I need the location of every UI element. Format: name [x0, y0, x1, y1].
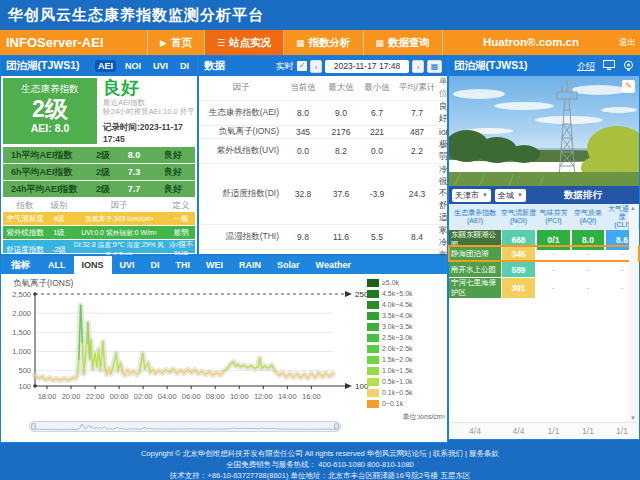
factor-unit: 冷很不舒适: [439, 164, 448, 224]
avg-row-label: 6h平均AEI指数: [3, 166, 89, 179]
ranking-page-count: 1/1: [605, 423, 639, 439]
chart-tab-di[interactable]: DI: [143, 256, 168, 274]
station-tab-aei[interactable]: AEI: [95, 60, 116, 72]
sub-index-row[interactable]: 舒适度指数-2级DI:32.8 温度:9℃ 湿度:29% 风速:4.3m/s冷/…: [3, 240, 195, 253]
station-name: 团泊湖(TJWS1): [6, 59, 80, 73]
chart-tab-rain[interactable]: RAIN: [231, 256, 269, 274]
svg-text:2,000: 2,000: [12, 309, 31, 318]
datetime-input[interactable]: 2023-11-17 17:48: [325, 60, 409, 73]
ranking-header-code: (NOI): [501, 217, 536, 225]
aei-average-row: 24h平均AEI指数2级7.7良好: [3, 181, 195, 197]
chart-body: 负氧离子(IONS) 1005001,0001,5002,0002,500250…: [1, 274, 447, 442]
svg-text:22:00: 22:00: [86, 392, 105, 401]
ranking-site-name: 宁河七里海保护区: [449, 278, 501, 298]
ranking-row[interactable]: 南开水上公园589---: [449, 262, 639, 277]
legend-swatch: [367, 367, 379, 375]
factor-current: 0.0: [283, 146, 323, 156]
legend-swatch: [367, 334, 379, 342]
factor-header-cell: 当前值: [283, 82, 323, 94]
chevron-down-icon: ▼: [517, 189, 523, 202]
factor-avg[interactable]: 2.2: [395, 146, 439, 156]
ranking-value: 391: [502, 278, 535, 298]
legend-label: 4.5k~5.0k: [382, 290, 413, 297]
aei-level: 2级: [3, 96, 97, 122]
city-select[interactable]: 天津市 ▼: [452, 189, 491, 202]
legend-swatch: [367, 290, 379, 298]
factor-avg[interactable]: 7.7: [395, 108, 439, 118]
prev-time-button[interactable]: ‹: [310, 60, 322, 73]
ranking-table-header: 生态康养指数(AEI)空气清新度(NOI)气味芬芳(PCI)空气质量(AQI)大…: [449, 204, 639, 230]
ranking-value: 589: [502, 262, 535, 277]
chart-tab-all[interactable]: ALL: [40, 256, 74, 274]
ranking-row[interactable]: 东丽东丽湖公园6680/18.08.6: [449, 230, 639, 245]
ranking-page-count: 1/1: [536, 423, 571, 439]
factor-min: 6.7: [359, 108, 395, 118]
footer-line-2: 全国免费销售与服务热线： 400-610-1080 800-810-1080: [0, 459, 640, 470]
next-time-button[interactable]: ›: [412, 60, 424, 73]
svg-text:14:00: 14:00: [278, 392, 297, 401]
chart-tab-solar[interactable]: Solar: [269, 256, 308, 274]
chart-tab-thi[interactable]: THI: [168, 256, 199, 274]
aei-rating: 良好: [103, 78, 195, 98]
sub-index-row[interactable]: 空气清新度4级负氧离子:345 ions/cm³一般: [3, 212, 195, 225]
intro-link[interactable]: 介绍: [577, 60, 595, 73]
avg-row-value: 7.3: [117, 167, 151, 177]
chart-tab-uvi[interactable]: UVI: [112, 256, 143, 274]
station-tab-uvi[interactable]: UVI: [150, 60, 171, 72]
factor-max: 9.0: [323, 108, 359, 118]
svg-text:16:00: 16:00: [302, 392, 321, 401]
factor-avg[interactable]: 8.4: [395, 232, 439, 242]
factor-avg[interactable]: 24.3: [395, 189, 439, 199]
nav-item-home[interactable]: ▶首页: [148, 30, 205, 55]
avg-row-value: 7.7: [117, 184, 151, 194]
aei-note-2: 较24小时推算AEI:10.0 持平: [103, 107, 195, 116]
chart-range-slider[interactable]: [29, 421, 341, 432]
scroll-up-icon[interactable]: ▲: [630, 205, 636, 211]
factor-avg[interactable]: 487: [395, 127, 439, 137]
realtime-checkbox[interactable]: ✓: [297, 61, 307, 71]
camera-icon[interactable]: [623, 60, 634, 73]
ranking-row[interactable]: 静海团泊湖345---: [449, 246, 639, 261]
nav-item-analysis[interactable]: ▦指数分析: [284, 30, 364, 55]
ranking-row[interactable]: 宁河七里海保护区391---: [449, 278, 639, 293]
sub-index-definition: 最弱: [167, 228, 195, 238]
logout-link[interactable]: 退出: [619, 30, 640, 55]
svg-text:500: 500: [18, 366, 31, 375]
play-icon: ▶: [160, 38, 167, 48]
svg-text:2,500: 2,500: [12, 290, 31, 299]
legend-label: 1.5k~2.0k: [382, 356, 413, 363]
chart-tab-items: ALLIONSUVIDITHIWEIRAINSolarWeather: [40, 256, 359, 274]
svg-text:100: 100: [18, 382, 31, 391]
sub-index-row[interactable]: 紫外线指数1级UVI:0.0 紫外辐射:0 W/m²最弱: [3, 226, 195, 239]
station-tab-noi[interactable]: NOI: [122, 60, 144, 72]
factor-table-row: 负氧离子(IONS)3452176221487ions/cm³: [199, 126, 447, 139]
main-nav: INFOServer-AEI ▶首页☰站点实况▦指数分析▦数据查询 Huatro…: [0, 30, 640, 55]
ranking-scrollbar[interactable]: ▲ ▼: [629, 204, 638, 422]
slider-preview: [36, 422, 336, 431]
nav-items: ▶首页☰站点实况▦指数分析▦数据查询: [148, 30, 443, 55]
sub-index-level: -2级: [47, 245, 71, 255]
monitor-icon[interactable]: [603, 60, 615, 73]
nav-site-link[interactable]: Huatron®.com.cn: [443, 30, 619, 55]
nav-item-live[interactable]: ☰站点实况: [205, 30, 284, 55]
ranking-value: -: [537, 278, 570, 298]
chart-tab-ions[interactable]: IONS: [74, 256, 112, 274]
nav-item-label: 数据查询: [388, 36, 430, 50]
station-tab-di[interactable]: DI: [177, 60, 192, 72]
legend-label: 0~0.1k: [382, 400, 403, 407]
aei-average-row: 6h平均AEI指数2级7.3良好: [3, 164, 195, 180]
scroll-down-icon[interactable]: ▼: [630, 415, 636, 421]
ranking-page-count: 4/4: [501, 423, 536, 439]
aei-note-1: 最近AEI指数: [103, 98, 195, 107]
calendar-icon[interactable]: ▦: [427, 60, 442, 73]
chart-tab-wei[interactable]: WEI: [198, 256, 231, 274]
chart-tab-weather[interactable]: Weather: [308, 256, 359, 274]
photo-edit-icon[interactable]: ✎: [622, 80, 635, 93]
svg-text:1,000: 1,000: [12, 347, 31, 356]
factor-header-cell: 平均/累计: [395, 82, 439, 94]
sub-index-factor: 负氧离子:345 ions/cm³: [71, 214, 167, 224]
avg-row-level: 2级: [89, 183, 117, 196]
area-select[interactable]: 全城 ▼: [495, 189, 526, 202]
nav-item-query[interactable]: ▦数据查询: [364, 30, 444, 55]
avg-row-rating: 良好: [151, 149, 195, 162]
